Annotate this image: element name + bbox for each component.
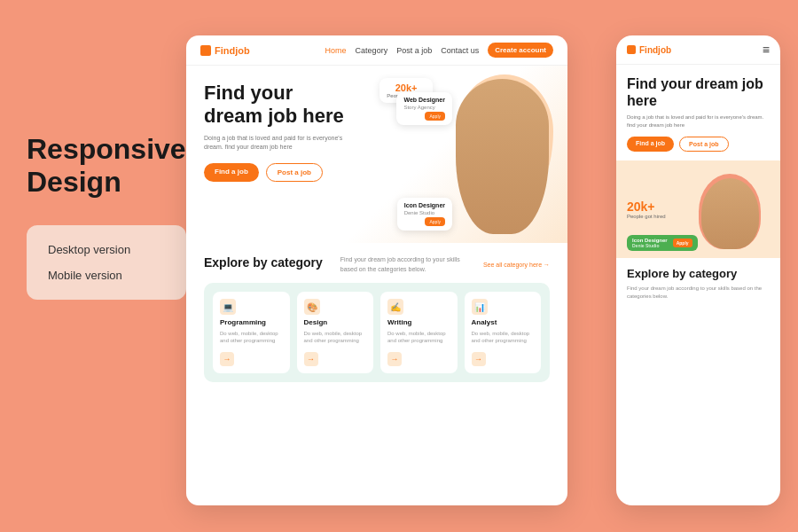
mobile-job-company: Denie Studio — [632, 243, 668, 248]
programming-name: Programming — [220, 318, 283, 326]
desktop-logo: Findjob — [200, 45, 250, 56]
explore-title: Explore by category — [204, 255, 323, 270]
mobile-person-figure — [701, 178, 759, 249]
analyst-icon: 📊 — [472, 299, 488, 315]
mobile-apply-button[interactable]: Apply — [673, 239, 692, 247]
category-card-writing[interactable]: ✍️ Writing Do web, mobile, desktop and o… — [380, 292, 458, 373]
analyst-arrow: → — [472, 352, 486, 366]
programming-icon: 💻 — [220, 299, 236, 315]
category-card-design[interactable]: 🎨 Design Do web, mobile, desktop and oth… — [297, 292, 374, 373]
person-figure — [456, 79, 549, 234]
mobile-logo: Findjob — [627, 45, 671, 55]
categories-row: 💻 Programming Do web, mobile, desktop an… — [204, 283, 550, 382]
nav-link-post[interactable]: Post a job — [396, 46, 432, 55]
mobile-stat-label: People got hired — [627, 214, 666, 219]
design-desc: Do web, mobile, desktop and other progra… — [304, 330, 367, 345]
explore-section: Explore by category Find your dream job … — [186, 243, 567, 391]
hero-person-area — [438, 66, 553, 234]
mobile-explore-desc: Find your dream job according to your sk… — [627, 285, 770, 301]
find-job-button[interactable]: Find a job — [204, 163, 259, 182]
float-card-web-designer: Web Designer Story Agency Apply — [396, 92, 452, 125]
analyst-name: Analyst — [472, 318, 535, 326]
float-card-title-2: Icon Designer — [404, 202, 445, 208]
writing-arrow: → — [387, 352, 402, 366]
mobile-logo-icon — [627, 45, 636, 54]
mobile-find-job-button[interactable]: Find a job — [627, 137, 674, 152]
programming-arrow: → — [220, 352, 234, 366]
left-section: Responsive Design Desktop version Mobile… — [27, 133, 186, 300]
mobile-explore-title: Explore by category — [627, 267, 770, 281]
explore-header: Explore by category Find your dream job … — [204, 255, 550, 274]
category-card-programming[interactable]: 💻 Programming Do web, mobile, desktop an… — [213, 292, 290, 373]
mobile-job-badge: Icon Designer Denie Studio Apply — [627, 235, 698, 251]
mobile-stat-info: 20k+ People got hired — [627, 200, 666, 219]
mobile-hero: Find your dream job here Doing a job tha… — [616, 65, 780, 160]
desktop-mockup: Findjob Home Category Post a job Contact… — [186, 35, 567, 505]
mobile-hero-buttons: Find a job Post a job — [627, 137, 770, 152]
see-all-link[interactable]: See all category here → — [483, 262, 550, 268]
desktop-nav: Findjob Home Category Post a job Contact… — [186, 35, 567, 66]
float-card-icon-designer: Icon Designer Denie Studio Apply — [397, 198, 452, 231]
mobile-stat-number: 20k+ — [627, 200, 666, 214]
desktop-hero-title: Find your dream job here — [204, 82, 346, 129]
version-box: Desktop version Mobile version — [27, 225, 186, 300]
float-card-sub-1: Story Agency — [403, 105, 445, 110]
create-account-button[interactable]: Create account — [488, 43, 553, 58]
mobile-mockup: Findjob ≡ Find your dream job here Doing… — [616, 35, 780, 505]
design-name: Design — [304, 318, 367, 326]
nav-link-contact[interactable]: Contact us — [441, 46, 479, 55]
float-card-sub-2: Denie Studio — [404, 210, 445, 215]
mobile-post-job-button[interactable]: Post a job — [679, 137, 728, 152]
mobile-explore: Explore by category Find your dream job … — [616, 258, 780, 306]
mobile-version-label: Mobile version — [48, 269, 165, 282]
post-job-button[interactable]: Post a job — [266, 163, 323, 182]
mobile-nav: Findjob ≡ — [616, 35, 780, 65]
desktop-nav-links: Home Category Post a job Contact us Crea… — [325, 43, 553, 58]
category-card-analyst[interactable]: 📊 Analyst Do web, mobile, desktop and ot… — [465, 292, 542, 373]
design-icon: 🎨 — [304, 299, 320, 315]
writing-desc: Do web, mobile, desktop and other progra… — [387, 330, 450, 345]
float-card-title-1: Web Designer — [403, 97, 445, 103]
writing-name: Writing — [387, 318, 450, 326]
programming-desc: Do web, mobile, desktop and other progra… — [220, 330, 283, 345]
apply-button-2[interactable]: Apply — [425, 217, 445, 226]
nav-link-category[interactable]: Category — [356, 46, 388, 55]
mobile-hero-title: Find your dream job here — [627, 75, 770, 109]
writing-icon: ✍️ — [387, 299, 403, 315]
nav-link-home[interactable]: Home — [325, 46, 347, 55]
analyst-desc: Do web, mobile, desktop and other progra… — [472, 330, 535, 345]
explore-desc: Find your dream job according to your sk… — [340, 255, 466, 274]
desktop-hero: Find your dream job here Doing a job tha… — [186, 66, 567, 243]
desktop-version-label: Desktop version — [48, 243, 165, 256]
design-arrow: → — [304, 352, 318, 366]
desktop-hero-subtitle: Doing a job that is loved and paid for i… — [204, 134, 346, 153]
mobile-stat-section: 20k+ People got hired Icon Designer Deni… — [616, 160, 780, 258]
apply-button-1[interactable]: Apply — [425, 112, 445, 121]
responsive-design-title: Responsive Design — [27, 133, 186, 199]
mobile-job-badge-info: Icon Designer Denie Studio — [632, 238, 668, 248]
mobile-hero-subtitle: Doing a job that is loved and paid for i… — [627, 113, 770, 129]
logo-icon — [200, 45, 211, 56]
mobile-menu-icon[interactable]: ≡ — [763, 43, 770, 57]
